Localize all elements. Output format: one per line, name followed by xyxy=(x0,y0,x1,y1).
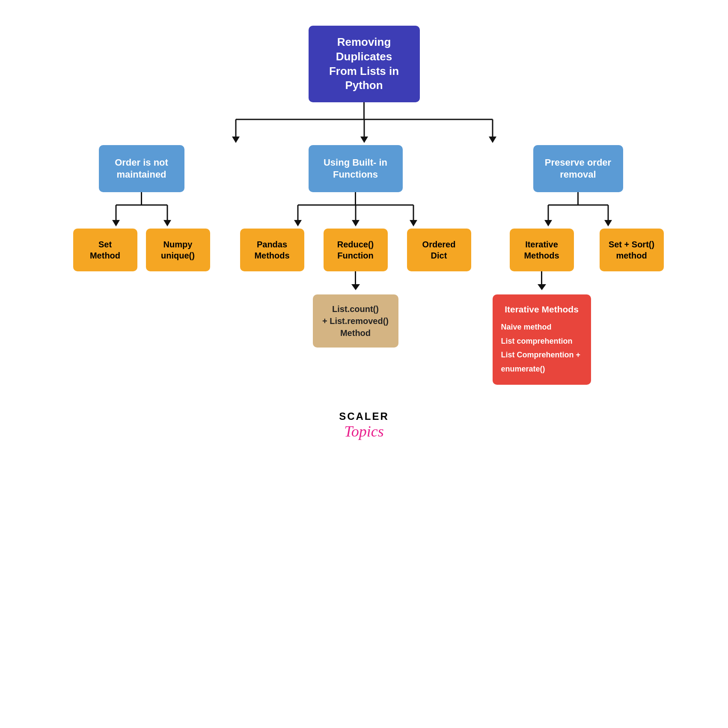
svg-marker-18 xyxy=(410,220,417,226)
preserve-branch-svg xyxy=(523,205,634,229)
level1-row: Order is not maintained Set Method Numpy… xyxy=(0,145,728,385)
reduce-col: Reduce() Function List.count() + List.re… xyxy=(313,229,398,348)
svg-marker-11 xyxy=(163,220,171,226)
root-node: Removing Duplicates From Lists in Python xyxy=(309,26,420,102)
level1-col-preserve: Preserve order removal Iterative Methods xyxy=(505,145,651,385)
iterative-title: Iterative Methods xyxy=(501,302,582,317)
iterative-col: Iterative Methods Iterative Methods Naiv… xyxy=(493,229,591,385)
level2-order-row: Set Method Numpy unique() xyxy=(73,229,210,271)
svg-marker-16 xyxy=(294,220,302,226)
iterative-item-3: enumerate() xyxy=(501,363,582,375)
level1-col-builtin: Using Built- in Functions Pandas Methods… xyxy=(249,145,463,348)
svg-marker-5 xyxy=(360,137,368,143)
level2-builtin-row: Pandas Methods Reduce() Function List.co… xyxy=(240,229,471,348)
setsort-col: Set + Sort() method xyxy=(600,229,664,271)
root-connector-line xyxy=(363,102,365,119)
iterative-to-red-line xyxy=(541,271,542,284)
iterative-methods-node: Iterative Methods xyxy=(510,229,574,271)
preserve-vline xyxy=(577,192,579,205)
footer-scaler-text: SCALER xyxy=(339,410,389,422)
root-branch-svg xyxy=(172,119,557,145)
pandas-methods-node: Pandas Methods xyxy=(240,229,304,271)
diagram: Removing Duplicates From Lists in Python… xyxy=(0,26,728,440)
footer: SCALER Topics xyxy=(339,410,389,440)
level2-preserve-row: Iterative Methods Iterative Methods Naiv… xyxy=(493,229,664,385)
ordered-dict-node: Ordered Dict xyxy=(407,229,471,271)
svg-marker-4 xyxy=(232,137,240,143)
reduce-to-listcount-line xyxy=(355,271,356,284)
iterative-item-2: List Comprehention + xyxy=(501,349,582,361)
iterative-item-0: Naive method xyxy=(501,321,582,333)
list-count-node: List.count() + List.removed() Method xyxy=(313,294,398,348)
pandas-col: Pandas Methods xyxy=(240,229,304,271)
builtin-node: Using Built- in Functions xyxy=(309,145,403,192)
set-method-node: Set Method xyxy=(73,229,137,271)
iterative-detail-node: Iterative Methods Naive method List comp… xyxy=(493,294,591,385)
iterative-item-1: List comprehention xyxy=(501,335,582,348)
svg-marker-23 xyxy=(604,220,612,226)
svg-marker-22 xyxy=(544,220,552,226)
numpy-unique-node: Numpy unique() xyxy=(146,229,210,271)
builtin-branch-svg xyxy=(274,205,437,229)
svg-marker-10 xyxy=(112,220,120,226)
footer-topics-text: Topics xyxy=(339,422,389,440)
preserve-node: Preserve order removal xyxy=(533,145,623,192)
svg-marker-6 xyxy=(489,137,496,143)
reduce-function-node: Reduce() Function xyxy=(324,229,388,271)
ordered-col: Ordered Dict xyxy=(407,229,471,271)
svg-marker-17 xyxy=(352,220,360,226)
order-branch-svg xyxy=(95,205,189,229)
order-node: Order is not maintained xyxy=(99,145,184,192)
reduce-arrow xyxy=(351,284,360,290)
setsort-node: Set + Sort() method xyxy=(600,229,664,271)
order-vline xyxy=(141,192,142,205)
level1-col-order: Order is not maintained Set Method Numpy… xyxy=(77,145,206,271)
iterative-arrow xyxy=(538,284,546,290)
builtin-vline xyxy=(355,192,356,205)
